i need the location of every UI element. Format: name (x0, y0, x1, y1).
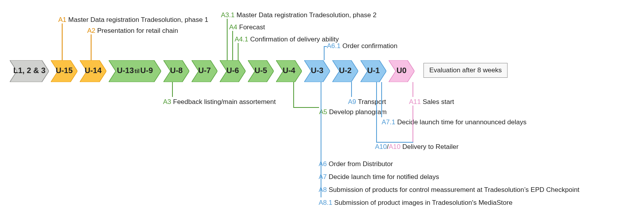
chevron-label-U-4: U-4 (283, 66, 295, 75)
connector-line (91, 34, 91, 60)
connector-line (376, 82, 377, 142)
annotation-A8.1: A8.1 Submission of product images in Tra… (319, 199, 513, 207)
connector-line (232, 31, 233, 60)
chevron-label-U-8: U-8 (170, 66, 183, 75)
chevron-label-U-5: U-5 (255, 66, 267, 75)
annotation-A7: A7 Decide launch time for notified delay… (319, 173, 439, 181)
chevron-label-U-13: U-13tilU-9 (117, 66, 153, 75)
annotation-A6.1: A6.1 Order confirmation (327, 42, 398, 50)
annotation-A8: A8 Submission of products for control me… (319, 186, 579, 194)
connector-line (172, 82, 173, 97)
connector-line (62, 23, 63, 60)
annotation-A1: A1 Master Data registration Tradesolutio… (58, 16, 208, 24)
connector-line (227, 19, 228, 60)
connector-line (293, 82, 294, 107)
connector-line (351, 82, 352, 97)
connector-line (376, 142, 413, 143)
chevron-label-U-2: U-2 (339, 66, 352, 75)
annotation-A9: A9 Transport (348, 98, 386, 106)
annotation-A10: A10/A10 Delivery to Retailer (375, 143, 459, 151)
evaluation-box: Evaluation after 8 weeks (423, 63, 508, 78)
connector-line (381, 82, 382, 117)
annotation-A4: A4 Forecast (229, 23, 265, 31)
chevron-label-U-6: U-6 (226, 66, 239, 75)
connector-line (324, 46, 327, 47)
annotation-A7.1: A7.1 Decide launch time for unannounced … (382, 118, 527, 126)
annotation-A4.1: A4.1 Confirmation of delivery ability (235, 36, 339, 43)
chevron-label-U-7: U-7 (198, 66, 211, 75)
timeline-diagram: L1, 2 & 3U-15U-14U-13tilU-9U-8U-7U-6U-5U… (0, 0, 644, 222)
chevron-label-U-15: U-15 (56, 66, 73, 75)
chevron-label-U0: U0 (396, 66, 407, 75)
annotation-A3: A3 Feedback listing/main assortement (163, 98, 276, 106)
connector-line (413, 82, 413, 97)
annotation-A3.1: A3.1 Master Data registration Tradesolut… (221, 11, 377, 19)
chevron-label-U-14: U-14 (85, 66, 102, 75)
connector-line (293, 107, 319, 108)
connector-line (324, 47, 325, 60)
connector-line (238, 43, 239, 60)
connector-line (413, 106, 413, 142)
chevron-label-U-3: U-3 (311, 66, 323, 75)
chevron-label-L: L1, 2 & 3 (13, 66, 45, 75)
chevron-label-U-1: U-1 (367, 66, 380, 75)
annotation-A6: A6 Order from Distributor (319, 160, 393, 168)
annotation-A11: A11 Sales start (409, 98, 454, 106)
annotation-A2: A2 Presentation for retail chain (87, 27, 178, 35)
